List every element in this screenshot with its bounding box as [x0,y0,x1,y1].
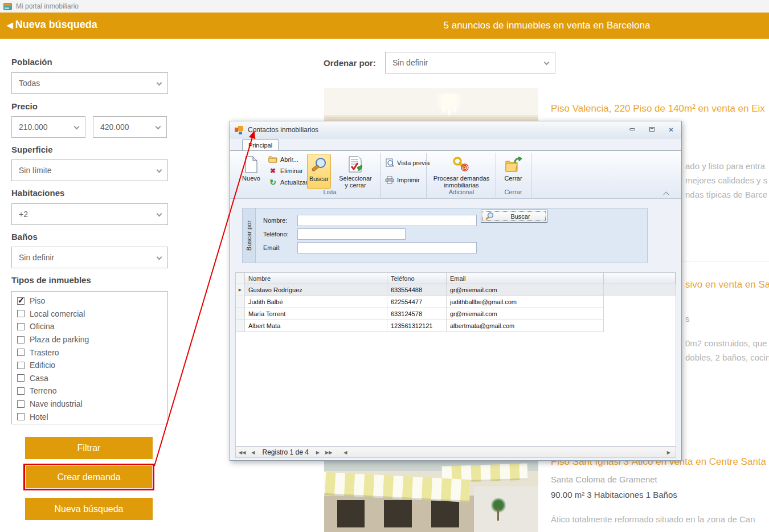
close-folder-icon [505,155,522,174]
buscar-submit-button[interactable]: Buscar [481,210,547,223]
checkbox-plaza-de-parking[interactable]: Plaza de parking [17,333,167,346]
checkbox-trastero[interactable]: Trastero [17,346,167,359]
actualizar-button[interactable]: ↻ Actualizar [268,177,308,187]
table-header-row[interactable]: Nombre Teléfono Email [236,273,676,284]
nueva-busqueda-button[interactable]: Nueva búsqueda [25,498,153,520]
last-record-button[interactable]: ▶▶ [322,450,335,455]
checkbox-label: Oficina [30,322,55,331]
superficie-value: Sin límite [19,166,52,175]
seleccionar-y-cerrar-button[interactable]: Seleccionary cerrar [333,154,378,189]
checkbox-checked: ✓ [17,297,24,305]
imprimir-button[interactable]: Imprimir [385,175,420,185]
checkbox-label: Casa [30,374,48,383]
cell-nombre[interactable]: Judith Balbé [245,296,387,308]
preview-icon [385,158,394,167]
cell-nombre[interactable]: Gustavo Rodríguez [245,284,387,296]
nombre-input[interactable] [297,215,477,226]
banos-select[interactable]: Sin definir [11,247,168,268]
precio-min-select[interactable]: 210.000 [11,116,85,138]
checkbox-label: Terreno [30,386,56,395]
scroll-left-button[interactable]: ◀ [341,450,350,455]
precio-max-select[interactable]: 420.000 [93,116,167,138]
cell-email[interactable]: gr@miemail.com [447,284,604,296]
vista-previa-button[interactable]: Vista previa [385,158,430,167]
table-row[interactable]: María Torrent 633124578 gr@miemail.com [236,308,676,320]
nuevo-button[interactable]: Nuevo [238,154,265,189]
dialog-titlebar[interactable]: Contactos inmobiliarios × [230,121,681,138]
table-row[interactable]: ▶ Gustavo Rodríguez 633554488 gr@miemail… [236,284,676,296]
ribbon-toolbar: Nuevo Abrir... ✖ Eliminar ↻ Actualizar [230,150,681,199]
table-row[interactable]: Albert Mata 123561312121 albertmata@gmai… [236,320,676,332]
search-panel: Buscar por Nombre: Teléfono: Email: [242,208,648,263]
cell-email[interactable]: judithballbe@gmail.com [447,296,604,308]
row-selector [236,308,245,320]
checkbox-label: Plaza de parking [30,335,89,344]
checkbox-unchecked [17,336,24,343]
delete-x-icon: ✖ [268,166,277,175]
cell-email[interactable]: gr@miemail.com [447,308,604,320]
poblacion-select[interactable]: Todas [11,72,168,94]
checkbox-label: Local comercial [30,309,85,318]
procesar-label1: Procesar demandas [433,175,489,182]
restore-button[interactable] [647,125,656,133]
checkbox-label: Edificio [30,361,55,370]
minimize-button[interactable] [628,125,637,133]
app-header: ◀ Nueva búsqueda 5 anuncios de inmuebles… [0,13,769,39]
checkbox-hotel[interactable]: Hotel [17,410,167,423]
listing3-image[interactable] [324,456,538,532]
listing3-location: Santa Coloma de Gramenet [551,474,657,484]
checkbox-local-comercial[interactable]: Local comercial [17,308,167,321]
checkbox-terreno[interactable]: Terreno [17,384,167,398]
nuevo-label: Nuevo [242,175,260,182]
sort-select[interactable]: Sin definir [385,52,555,73]
cell-telefono[interactable]: 633554488 [387,284,447,296]
eliminar-button[interactable]: ✖ Eliminar [268,166,303,175]
back-button[interactable]: ◀ Nueva búsqueda [7,19,97,31]
checkbox-piso[interactable]: ✓ Piso [17,294,167,308]
tab-principal[interactable]: Principal [242,139,279,150]
row-marker-icon: ▶ [236,284,245,296]
col-telefono[interactable]: Teléfono [387,273,447,284]
cell-nombre[interactable]: María Torrent [245,308,387,320]
buscar-por-label: Buscar por [246,220,252,251]
filter-sidebar: Población Todas Precio 210.000 420.000 S… [11,51,168,530]
photo-decoration [491,498,506,513]
telefono-input[interactable] [297,228,406,240]
checkbox-oficina[interactable]: Oficina [17,320,167,333]
scroll-right-button[interactable]: ▶ [664,450,673,455]
poblacion-label: Población [11,57,52,67]
first-record-button[interactable]: ◀◀ [236,450,248,455]
procesar-demandas-button[interactable]: Procesar demandasinmobiliarias [430,154,493,189]
crear-demanda-button[interactable]: Crear demanda [26,466,152,488]
next-record-button[interactable]: ▶ [313,450,322,455]
cell-telefono[interactable]: 633124578 [387,308,447,320]
chevron-down-icon [156,124,161,130]
checkbox-label: Hotel [30,412,48,421]
cell-nombre[interactable]: Albert Mata [245,320,387,332]
cerrar-button[interactable]: Cerrar [499,154,527,189]
prev-record-button[interactable]: ◀ [248,450,257,455]
collapse-ribbon-button[interactable] [664,191,669,195]
col-nombre[interactable]: Nombre [245,273,387,284]
listing1-title-link[interactable]: Piso Valencia, 220 Piso de 140m² en vent… [551,103,765,114]
abrir-button[interactable]: Abrir... [268,154,298,164]
cell-telefono[interactable]: 622554477 [387,296,447,308]
filtrar-button[interactable]: Filtrar [25,437,153,459]
checkbox-nave-industrial[interactable]: Nave industrial [17,398,167,411]
email-input[interactable] [297,242,477,253]
habitaciones-select[interactable]: +2 [11,203,168,225]
close-button[interactable]: × [666,125,676,133]
checkbox-casa[interactable]: Casa [17,372,167,385]
cell-telefono[interactable]: 123561312121 [387,320,447,332]
superficie-select[interactable]: Sin límite [11,159,168,181]
buscar-ribbon-button[interactable]: Buscar [307,154,331,189]
poblacion-value: Todas [19,79,40,88]
habitaciones-value: +2 [19,210,28,219]
checkbox-edificio[interactable]: Edificio [17,359,167,372]
cell-email[interactable]: albertmata@gmail.com [447,320,604,332]
col-email[interactable]: Email [447,273,604,284]
photo-chandelier [436,93,462,116]
listing2-title-link[interactable]: sivo en venta en Sa [685,279,769,290]
checkbox-unchecked [17,362,24,369]
table-row[interactable]: Judith Balbé 622554477 judithballbe@gmai… [236,296,676,308]
